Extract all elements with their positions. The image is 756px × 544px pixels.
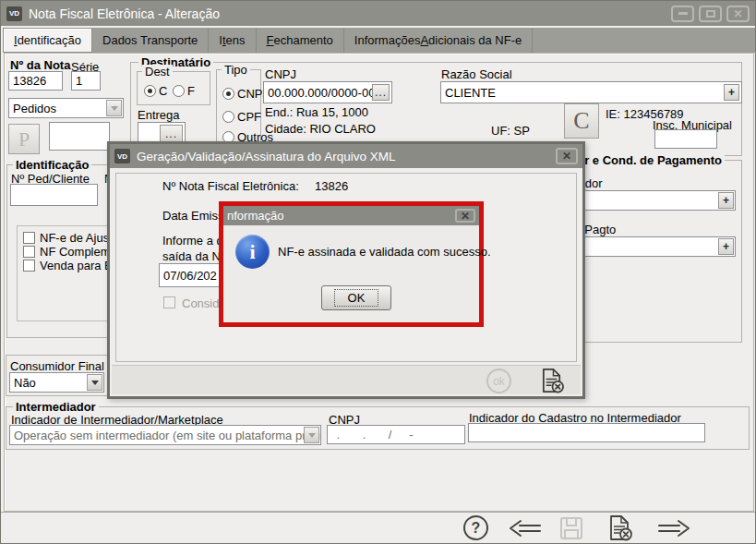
info-dialog-titlebar: nformação ✕ <box>223 206 479 225</box>
cnpj-browse-button[interactable]: ... <box>372 84 390 101</box>
chevron-down-icon <box>111 106 118 115</box>
endereco-text: End.: Rua 15, 1000 <box>265 105 368 119</box>
tab-identifica-o[interactable]: Identificação <box>3 28 92 53</box>
uf-text: UF: SP <box>491 124 530 138</box>
checkbox-icon[interactable] <box>23 246 35 258</box>
ok-button-label: OK <box>334 289 379 307</box>
tipo-legend: Tipo <box>222 63 250 77</box>
nota-label: Nº da Nota <box>10 58 70 72</box>
info-dialog-message: NF-e assinada e validada com sucesso. <box>278 245 491 259</box>
nota-field[interactable]: 13826 <box>8 71 63 91</box>
minimize-icon <box>678 12 688 15</box>
ok-circle-button[interactable]: ok <box>486 369 511 393</box>
modal-nota-value: 13826 <box>315 179 348 193</box>
identificacao-legend: Identificação <box>13 158 91 172</box>
ped-cliente-field[interactable] <box>10 184 98 206</box>
close-icon: ✕ <box>461 211 470 222</box>
tipo-radio-cnpj[interactable] <box>222 88 234 100</box>
nfe-flag-row: NF-e de Ajuste <box>23 231 119 245</box>
close-icon: ✕ <box>562 151 571 162</box>
help-button[interactable]: ? <box>463 515 488 540</box>
tab-bar: IdentificaçãoDados TransporteItensFecham… <box>3 28 755 53</box>
dest-radio-c[interactable] <box>144 85 156 97</box>
xml-modal-titlebar: VD Geração/Validação/Assinatura do Arqui… <box>110 144 582 168</box>
tab-informa-es-adicionais-da-nf-e[interactable]: Informações Adicionais da NF-e <box>344 28 533 53</box>
entrega-label: Entrega <box>138 108 180 122</box>
back-button[interactable] <box>506 518 543 538</box>
document-x-icon <box>606 514 633 541</box>
cancel-document-button[interactable] <box>606 514 633 541</box>
consumidor-final-dropdown[interactable]: Não <box>9 372 104 393</box>
dest-radio-f[interactable] <box>173 85 185 97</box>
modal-considerar-checkbox[interactable] <box>163 296 175 308</box>
razao-social-plus-button[interactable]: + <box>724 84 739 101</box>
cond-pagto-plus-button[interactable]: + <box>718 238 734 255</box>
chevron-down-icon <box>91 381 99 389</box>
intermediador-cnpj-field[interactable]: . . / - <box>327 425 465 444</box>
checkbox-icon[interactable] <box>23 260 35 272</box>
entrega-browse-button[interactable]: ... <box>160 125 183 143</box>
modal-date-field[interactable]: 07/06/202 <box>159 263 227 287</box>
window-title: Nota Fiscal Eletrônica - Alteração <box>29 6 220 21</box>
consumidor-final-label: Consumidor Final <box>10 359 104 373</box>
info-dialog: nformação ✕ i NF-e assinada e validada c… <box>219 201 484 327</box>
maximize-icon <box>706 10 715 18</box>
save-button[interactable] <box>558 515 583 540</box>
info-dialog-title: nformação <box>227 209 283 223</box>
cnpj-label: CNPJ <box>265 67 296 81</box>
chevron-down-icon <box>308 433 316 441</box>
p-field[interactable] <box>49 122 110 151</box>
modal-nota-label: Nº Nota Fiscal Eletrônica: <box>162 179 299 193</box>
close-icon: ✕ <box>733 8 742 19</box>
window-titlebar: VD Nota Fiscal Eletrônica - Alteração ✕ <box>1 1 755 26</box>
indicador-value: Operação sem intermediador (em site ou p… <box>14 429 321 442</box>
tab-itens[interactable]: Itens <box>209 28 256 53</box>
help-icon: ? <box>472 520 481 537</box>
minimize-button[interactable] <box>671 6 694 22</box>
vendedor-plus-button[interactable]: + <box>718 192 734 209</box>
serie-field[interactable]: 1 <box>71 71 101 91</box>
dest-radio-c-label: C <box>159 84 167 98</box>
razao-social-label: Razão Social <box>441 67 512 81</box>
cidade-text: Cidade: RIO CLARO <box>265 122 376 136</box>
info-dialog-ok-button[interactable]: OK <box>321 285 391 310</box>
app-icon: VD <box>114 149 130 163</box>
indicador-dropdown[interactable]: Operação sem intermediador (em site ou p… <box>9 425 321 445</box>
xml-modal-footer: ok <box>112 365 581 394</box>
floppy-disk-icon <box>559 516 583 540</box>
c-button[interactable]: C <box>564 103 599 139</box>
close-button[interactable]: ✕ <box>726 6 750 22</box>
modal-cancel-document-button[interactable] <box>538 367 566 394</box>
pedidos-value: Pedidos <box>13 102 56 115</box>
dest-legend: Dest <box>142 65 173 79</box>
info-dialog-close-button[interactable]: ✕ <box>455 209 475 223</box>
arrow-right-icon <box>657 518 692 538</box>
tipo-radio-cpf[interactable] <box>222 111 234 123</box>
xml-modal-close-button[interactable]: ✕ <box>556 148 578 164</box>
tipo-radio-cpf-label: CPF <box>237 110 261 124</box>
pedidos-dropdown-button[interactable] <box>106 100 122 116</box>
main-window: VD Nota Fiscal Eletrônica - Alteração ✕ … <box>0 0 756 544</box>
intermediador-legend: Intermediador <box>13 400 99 414</box>
cadastro-intermediador-field[interactable] <box>468 423 705 442</box>
checkbox-icon[interactable] <box>23 232 35 244</box>
tab-fechamento[interactable]: Fechamento <box>257 28 344 53</box>
info-icon: i <box>235 235 270 269</box>
pedidos-dropdown[interactable]: Pedidos <box>8 98 124 118</box>
p-button[interactable]: P <box>8 124 40 154</box>
consumidor-final-value: Não <box>14 376 36 390</box>
maximize-button[interactable] <box>699 6 722 22</box>
ok-circle-label: ok <box>493 375 505 388</box>
xml-modal-title: Geração/Validação/Assinatura do Arquivo … <box>137 150 395 163</box>
toolbar-separator <box>1 512 756 513</box>
indicador-dropdown-button[interactable] <box>304 427 319 443</box>
dest-radio-f-label: F <box>187 84 195 98</box>
forward-button[interactable] <box>656 518 693 538</box>
insc-municipal-field[interactable] <box>654 129 717 149</box>
app-icon: VD <box>6 6 22 21</box>
document-x-icon <box>539 368 565 393</box>
razao-social-field[interactable]: CLIENTE <box>440 81 742 103</box>
consumidor-final-dropdown-button[interactable] <box>87 374 102 391</box>
tab-dados-transporte[interactable]: Dados Transporte <box>92 28 209 53</box>
arrow-left-icon <box>507 518 542 538</box>
